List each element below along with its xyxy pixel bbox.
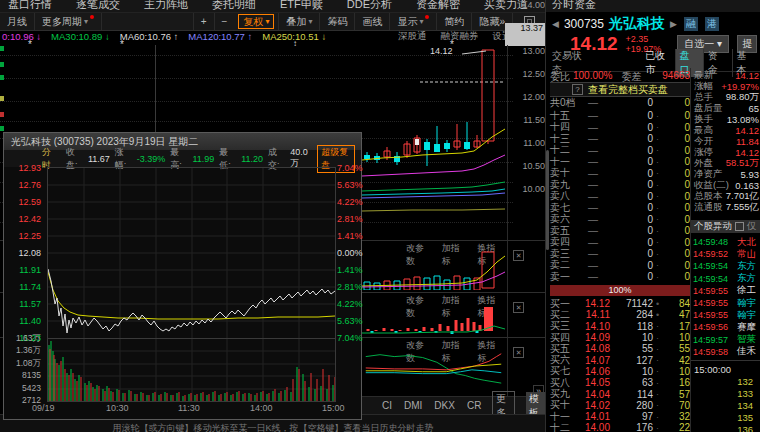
link-szhk-connect[interactable]: 深股通 (398, 30, 427, 43)
menu-item[interactable]: 委托明细 (212, 0, 256, 12)
zoom-in-button[interactable]: + (193, 13, 214, 30)
menu-item[interactable]: DDE分析 (347, 0, 392, 12)
axis-label: 5.63% (335, 316, 363, 333)
axis-label: 2.81% (335, 214, 363, 231)
clipped-edge-text (0, 126, 4, 131)
link-margin-trading[interactable]: 融资融券 (441, 30, 479, 43)
simple-mode-button[interactable]: 简约 (436, 13, 471, 30)
axis-label: 12.00 (505, 92, 545, 115)
intraday-volume-chart[interactable] (47, 338, 336, 402)
clipped-edge-text (0, 75, 4, 80)
menu-item[interactable]: 主力阵地 (144, 0, 188, 12)
event-marker-icon[interactable]: * (28, 39, 32, 50)
fuquan-dropdown[interactable]: 复权▾ (238, 14, 274, 29)
ma-line-khaki (362, 209, 505, 211)
scrollbar-thumb[interactable] (546, 150, 549, 250)
menu-item[interactable]: ETF申赎 (280, 0, 323, 12)
next-stock-arrow[interactable]: ▶ (670, 19, 677, 29)
order-book: 委比 100.00% 委差 94663 ? 查看完整档买卖盘 共0档 — 0 0 (550, 68, 690, 432)
candlestick-chart[interactable] (362, 45, 505, 240)
oscillator-subchart[interactable] (362, 349, 505, 385)
margin-badge[interactable]: 融 (684, 17, 698, 31)
clipped-edge-text (0, 112, 4, 117)
draw-line-button[interactable]: 画线 (354, 13, 389, 30)
clipped-edge-text (0, 62, 4, 67)
notification-dot (90, 15, 94, 19)
tick-list[interactable]: 15:00:00 132133134135136 (691, 360, 760, 432)
axis-label: 5.63% (335, 180, 363, 197)
stock-alert-row[interactable]: 14:59:55 翰宇 (691, 297, 760, 309)
axis-label: 12.50 (505, 69, 545, 92)
stock-alert-row[interactable]: 14:59:56 赛摩 (691, 321, 760, 333)
close-icon[interactable]: ✕ (513, 347, 524, 358)
ma-value: 0:10.96 ↓ (2, 31, 41, 42)
view-full-book-button[interactable]: ? 查看完整档买卖盘 (550, 82, 690, 97)
axis-label: 12.42 (4, 214, 44, 231)
indicator-tab[interactable]: CR (467, 400, 481, 411)
hk-connect-badge[interactable]: 港 (705, 17, 719, 31)
stock-alert-row[interactable]: 14:59:57 智莱 (691, 334, 760, 346)
quote-panel: ◀ 300735 光弘科技 ▶ 融 港 14.12 +2.35 +19.97% … (546, 12, 760, 432)
chart-toolbar: 月线 更多周期▾ + − 复权▾ 叠加▾ 筹码 画线 显示▾ 简约 隐藏» (0, 13, 546, 31)
axis-label: 4.22% (335, 197, 363, 214)
axis-label: 7.04% (335, 163, 363, 180)
tick-rows: 132133134135136 (691, 376, 760, 432)
sell-level-row[interactable]: 卖一 — 0 · 0 (550, 271, 690, 283)
stock-alert-row[interactable]: 14:59:52 常山 (691, 248, 760, 260)
filter-checkbox[interactable] (735, 222, 744, 231)
stock-alert-row[interactable]: 14:59:58 佳禾 (691, 346, 760, 358)
tick-row: 136 (691, 424, 760, 432)
intraday-price-chart[interactable] (47, 167, 336, 339)
overlay-dropdown[interactable]: 叠加▾ (278, 13, 319, 30)
stock-code: 300735 (564, 17, 604, 31)
event-marker-icon[interactable]: * (120, 39, 124, 50)
menu-item[interactable]: 分时资金 (552, 0, 596, 12)
chevron-down-icon: ▾ (265, 17, 269, 26)
stock-alert-row[interactable]: 14:59:55 翰宇 (691, 309, 760, 321)
volume-bars-up (49, 341, 333, 401)
popup-price-axis: 12.9312.7612.5912.4212.2512.0811.9111.74… (4, 163, 44, 350)
stock-alert-row[interactable]: 14:59:48 大北 (691, 236, 760, 248)
axis-label: 1.41% (335, 231, 363, 248)
help-icon[interactable]: ? (572, 84, 583, 95)
stock-alert-row[interactable]: 14:59:55 徐工 (691, 285, 760, 297)
stock-alert-row[interactable]: 14:59:54 东方 (691, 260, 760, 272)
axis-label: 14.00 (505, 0, 545, 23)
stock-alert-row[interactable]: 14:59:54 东方 (691, 273, 760, 285)
chart-cursor-vline (155, 45, 156, 132)
axis-label: 7.04% (335, 333, 363, 350)
tick-row: 132 (691, 376, 760, 388)
indicator-tab[interactable]: DMI (404, 400, 422, 411)
buy-sell-ratio-bar: 100% (550, 285, 690, 296)
menu-item[interactable]: 逐笔成交 (76, 0, 120, 12)
axis-label: 12.59 (4, 197, 44, 214)
chevron-down-icon: ▾ (84, 17, 88, 26)
ma-line-blue (362, 193, 505, 198)
funds-subchart[interactable] (362, 304, 505, 335)
axis-label: 11:30 (178, 403, 200, 413)
axis-label: 12.76 (4, 180, 44, 197)
axis-label: 13.37 (505, 23, 545, 46)
ma-line-yellow (362, 129, 505, 160)
indicator-tab[interactable]: DKX (434, 400, 455, 411)
close-icon[interactable]: ✕ (513, 250, 524, 261)
popup-time-axis: 09/19 10:30 11:30 14:00 15:00 (4, 402, 363, 415)
more-periods-dropdown[interactable]: 更多周期▾ (35, 13, 102, 30)
period-tab-monthly[interactable]: 月线 (0, 13, 35, 30)
buy-level-row[interactable]: 十二 14.00 176 · 22 (550, 422, 690, 432)
quote-detail-column: 最新 14.12 涨幅 +19.97% 总手 98.80万 盘后量 (690, 68, 760, 432)
ma-value: MA60:10.76 ↑ (120, 31, 179, 42)
close-icon[interactable]: ✕ (513, 302, 524, 313)
axis-label: 11.74 (4, 282, 44, 299)
menu-item[interactable]: 资金解密 (416, 0, 460, 12)
prev-stock-arrow[interactable]: ◀ (552, 19, 559, 29)
axis-label: 15:00 (322, 403, 345, 413)
display-dropdown[interactable]: 显示▾ (389, 13, 436, 30)
grid (48, 168, 335, 338)
menu-item[interactable]: 盘口行情 (8, 0, 52, 12)
chip-distribution-button[interactable]: 筹码 (319, 13, 354, 30)
zoom-out-button[interactable]: − (214, 13, 235, 30)
indicator-tab[interactable]: CI (382, 400, 392, 411)
updown-marker-icon[interactable]: ↕ (293, 39, 297, 48)
volume-subchart[interactable] (362, 250, 505, 290)
